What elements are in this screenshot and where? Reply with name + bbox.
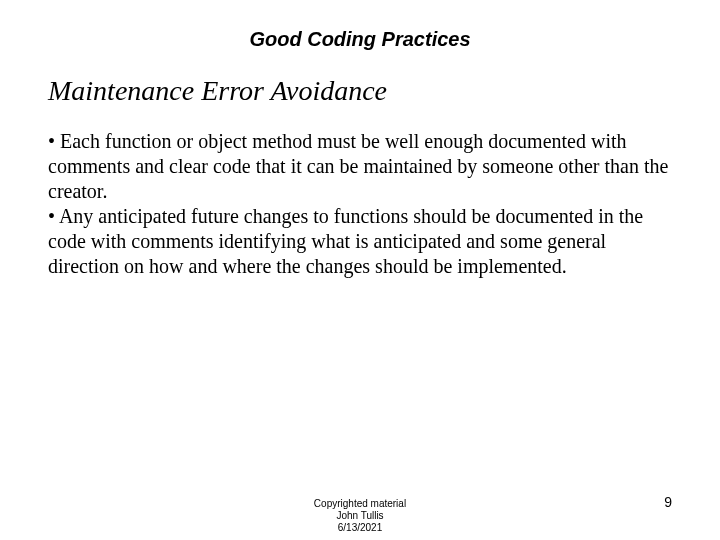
body-content: • Each function or object method must be… [48,130,668,277]
slide-title: Good Coding Practices [249,28,470,50]
footer-copyright: Copyrighted material [0,498,720,510]
footer-date: 6/13/2021 [0,522,720,534]
slide-subtitle: Maintenance Error Avoidance [48,75,672,107]
page-number: 9 [664,494,672,510]
slide-footer: Copyrighted material John Tullis 6/13/20… [0,498,720,534]
footer-author: John Tullis [0,510,720,522]
slide-header: Good Coding Practices [48,28,672,51]
slide-body: • Each function or object method must be… [48,129,672,279]
